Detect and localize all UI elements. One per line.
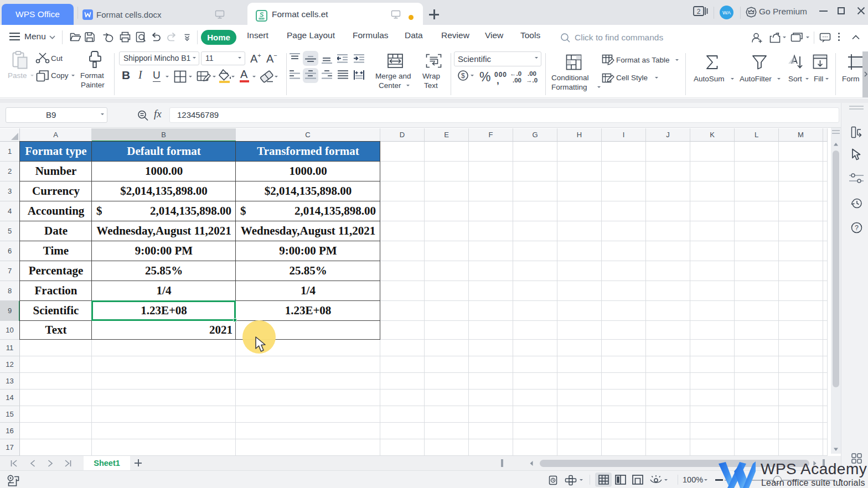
svg-text:2: 2 — [697, 8, 701, 15]
svg-text:$: $ — [461, 72, 465, 80]
svg-text:?: ? — [855, 224, 859, 232]
